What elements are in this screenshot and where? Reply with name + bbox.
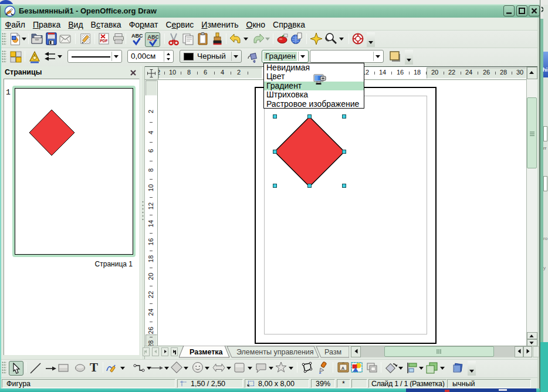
svg-text:ABC: ABC [148,34,160,40]
svg-text:A: A [341,366,345,371]
svg-text:Разм: Разм [324,348,341,356]
svg-text:Элементы управления: Элементы управления [236,348,314,356]
svg-text:ABC: ABC [131,33,143,39]
svg-text:Разметка: Разметка [190,348,224,356]
svg-text:PDF: PDF [100,39,108,43]
